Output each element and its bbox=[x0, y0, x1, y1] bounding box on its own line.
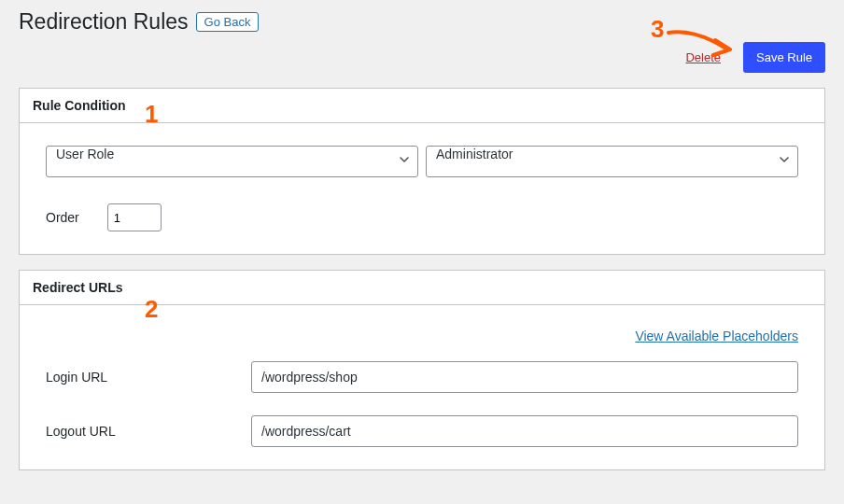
redirect-urls-panel: Redirect URLs View Available Placeholder… bbox=[19, 270, 825, 470]
condition-type-select[interactable]: User Role bbox=[46, 146, 418, 177]
rule-condition-header: Rule Condition bbox=[20, 89, 824, 123]
view-placeholders-link[interactable]: View Available Placeholders bbox=[635, 329, 798, 343]
order-input[interactable] bbox=[107, 203, 162, 231]
go-back-button[interactable]: Go Back bbox=[196, 12, 260, 32]
rule-condition-panel: Rule Condition User Role Administrator O… bbox=[19, 88, 825, 255]
delete-link[interactable]: Delete bbox=[685, 50, 721, 64]
order-label: Order bbox=[46, 210, 79, 225]
redirect-urls-header: Redirect URLs bbox=[20, 271, 824, 305]
login-url-input[interactable] bbox=[251, 361, 798, 393]
login-url-label: Login URL bbox=[46, 370, 214, 385]
page-title: Redirection Rules bbox=[19, 9, 189, 35]
logout-url-label: Logout URL bbox=[46, 424, 214, 439]
top-actions-bar: Delete Save Rule bbox=[19, 42, 825, 73]
save-rule-button[interactable]: Save Rule bbox=[743, 42, 825, 73]
logout-url-input[interactable] bbox=[251, 415, 798, 447]
role-value-select[interactable]: Administrator bbox=[426, 146, 798, 177]
